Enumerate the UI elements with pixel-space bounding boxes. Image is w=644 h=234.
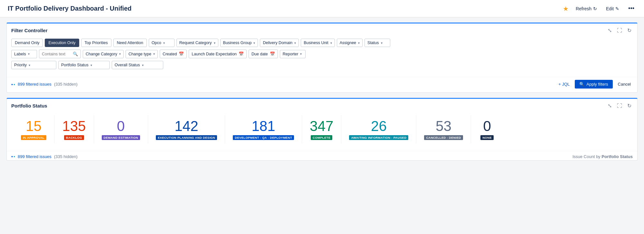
filter-footer: ▪▪ 899 filtered issues (335 hidden) + JQ… <box>7 77 637 92</box>
cancelled-label: CANCELLED - DENIED <box>424 135 463 140</box>
chevron-down-icon: ▾ <box>214 41 215 45</box>
due-date-filter[interactable]: Due date 📅 <box>249 50 278 58</box>
chevron-down-icon: ▾ <box>330 41 332 45</box>
backlog-label: BACKLOG <box>64 135 84 140</box>
contains-text-input[interactable]: 🔍 <box>39 50 81 58</box>
business-group-dropdown[interactable]: Business Group ▾ <box>220 39 258 47</box>
change-category-label: Change Category <box>86 52 117 56</box>
business-unit-label: Business Unit <box>304 41 328 45</box>
portfolio-status-label: Portfolio Status <box>61 63 89 67</box>
launch-date-label: Launch Date Expectation <box>192 52 237 56</box>
demand-estimation-label: DEMAND ESTIMATION <box>102 135 140 140</box>
portfolio-refresh-button[interactable]: ↻ <box>626 102 633 109</box>
portfolio-expand-button[interactable]: ⛶ <box>616 102 623 109</box>
apply-filters-button[interactable]: 🔍 Apply filters <box>575 80 612 89</box>
chevron-down-icon: ▾ <box>28 52 30 56</box>
portfolio-filter-count: ▪▪ 899 filtered issues (335 hidden) <box>11 154 78 159</box>
search-icon: 🔍 <box>579 82 584 87</box>
labels-dropdown[interactable]: Labels ▾ <box>11 50 37 58</box>
calendar-icon: 📅 <box>270 51 275 56</box>
priority-label: Priority <box>14 63 27 67</box>
header-actions: ★ Refresh ↻ Edit ✎ ••• <box>563 4 636 13</box>
status-card-awaiting: 26 AWAITING INFORMATION - PAUSED <box>341 115 416 143</box>
status-card-none: 0 NONE <box>471 115 503 143</box>
status-cards: 15 IN APPROVAL 135 BACKLOG 0 DEMAND ESTI… <box>13 115 631 143</box>
request-category-dropdown[interactable]: Request Category ▾ <box>176 39 218 47</box>
jira-logo: ▪▪ <box>11 82 15 87</box>
awaiting-number: 26 <box>371 118 387 134</box>
overall-status-dropdown[interactable]: Overall Status ▾ <box>112 61 163 69</box>
change-category-dropdown[interactable]: Change Category ▾ <box>83 50 124 58</box>
status-card-complete: 347 COMPLETE <box>302 115 341 143</box>
filter-row-1: Demand Only Execution Only Top Prioritie… <box>11 39 633 47</box>
expand-button[interactable]: ⛶ <box>616 27 623 34</box>
filter-tag-execution-only[interactable]: Execution Only <box>45 39 79 47</box>
jql-button[interactable]: + JQL <box>556 80 572 88</box>
page-title: IT Portfolio Delivery Dashboard - Unifie… <box>8 5 132 12</box>
portfolio-minimize-button[interactable]: ⤡ <box>606 102 613 109</box>
filter-tag-need-attention[interactable]: Need Attention <box>113 39 147 47</box>
refresh-icon: ↻ <box>593 6 597 11</box>
portfolio-status-bold: Portfolio Status <box>601 154 633 159</box>
minimize-button[interactable]: ⤡ <box>606 27 613 34</box>
panel-refresh-button[interactable]: ↻ <box>626 27 633 34</box>
filter-controller-panel: Filter Controller ⤡ ⛶ ↻ Demand Only Exec… <box>6 23 638 93</box>
status-dropdown[interactable]: Status ▾ <box>365 39 390 47</box>
created-date-filter[interactable]: Created 📅 <box>160 50 187 58</box>
edit-icon: ✎ <box>615 6 619 11</box>
filter-controller-header: Filter Controller ⤡ ⛶ ↻ <box>7 23 637 36</box>
status-card-cancelled: 53 CANCELLED - DENIED <box>416 115 471 143</box>
portfolio-footer-right: Issue Count by Portfolio Status <box>573 154 633 159</box>
complete-label: COMPLETE <box>311 135 332 140</box>
chevron-down-icon: ▾ <box>294 41 296 45</box>
opco-dropdown[interactable]: Opco ▾ <box>149 39 175 47</box>
star-icon[interactable]: ★ <box>563 5 569 13</box>
portfolio-status-dropdown[interactable]: Portfolio Status ▾ <box>58 61 110 69</box>
contains-text-field[interactable] <box>42 52 71 56</box>
business-unit-dropdown[interactable]: Business Unit ▾ <box>301 39 335 47</box>
filter-row-3: Priority ▾ Portfolio Status ▾ Overall St… <box>11 61 633 69</box>
in-approval-label: IN APPROVAL <box>21 135 46 140</box>
delivery-domain-label: Delivery Domain <box>263 41 292 45</box>
cancel-button[interactable]: Cancel <box>616 80 633 88</box>
overall-status-label: Overall Status <box>115 63 140 67</box>
none-number: 0 <box>483 118 491 134</box>
top-header: IT Portfolio Delivery Dashboard - Unifie… <box>0 0 644 17</box>
portfolio-footer: ▪▪ 899 filtered issues (335 hidden) Issu… <box>7 151 637 160</box>
due-date-label: Due date <box>251 52 268 56</box>
main-content: Filter Controller ⤡ ⛶ ↻ Demand Only Exec… <box>0 17 644 166</box>
calendar-icon: 📅 <box>179 51 184 56</box>
more-button[interactable]: ••• <box>626 4 636 13</box>
change-type-dropdown[interactable]: Change type ▾ <box>126 50 158 58</box>
portfolio-status-header: Portfolio Status ⤡ ⛶ ↻ <box>7 99 637 111</box>
filter-controller-title: Filter Controller <box>11 28 48 33</box>
refresh-button[interactable]: Refresh ↻ <box>574 5 599 13</box>
delivery-domain-dropdown[interactable]: Delivery Domain ▾ <box>260 39 299 47</box>
reporter-label: Reporter <box>283 52 298 56</box>
filtered-issues-link[interactable]: 899 filtered issues <box>18 82 52 87</box>
chevron-down-icon: ▾ <box>381 41 383 45</box>
created-label: Created <box>163 52 177 56</box>
filter-actions: + JQL 🔍 Apply filters Cancel <box>556 80 633 89</box>
edit-button[interactable]: Edit ✎ <box>604 5 621 13</box>
filter-count: ▪▪ 899 filtered issues (335 hidden) <box>11 82 78 87</box>
assignee-label: Assignee <box>340 41 356 45</box>
assignee-dropdown[interactable]: Assignee ▾ <box>337 39 363 47</box>
chevron-down-icon: ▾ <box>90 63 92 67</box>
cancelled-number: 53 <box>436 118 451 134</box>
chevron-down-icon: ▾ <box>153 52 155 56</box>
priority-dropdown[interactable]: Priority ▾ <box>11 61 56 69</box>
launch-date-filter[interactable]: Launch Date Expectation 📅 <box>189 50 247 58</box>
search-icon: 🔍 <box>73 51 78 56</box>
hidden-count: (335 hidden) <box>54 82 78 87</box>
filter-tag-demand-only[interactable]: Demand Only <box>11 39 43 47</box>
chevron-down-icon: ▾ <box>29 63 30 67</box>
request-category-label: Request Category <box>179 41 212 45</box>
reporter-dropdown[interactable]: Reporter ▾ <box>280 50 306 58</box>
portfolio-filtered-issues-link[interactable]: 899 filtered issues <box>18 154 52 159</box>
complete-number: 347 <box>310 118 333 134</box>
chevron-down-icon: ▾ <box>358 41 360 45</box>
execution-planning-label: EXECUTION PLANNING AND DESIGN <box>156 135 217 140</box>
development-number: 181 <box>251 118 275 134</box>
filter-tag-top-priorities[interactable]: Top Priorities <box>81 39 111 47</box>
